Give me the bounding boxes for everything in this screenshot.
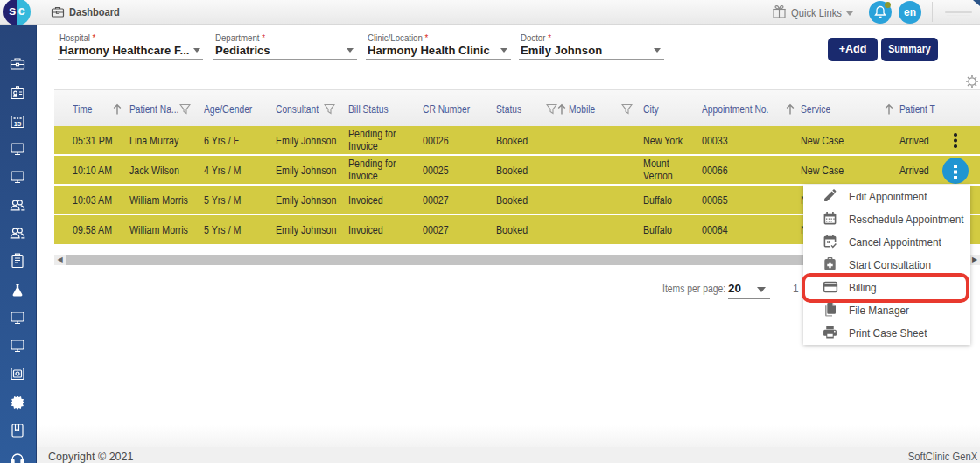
svg-text:15: 15 [14,120,21,128]
